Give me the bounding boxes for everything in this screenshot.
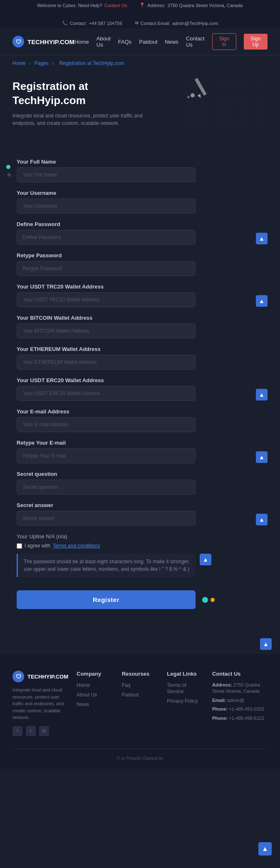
- hero-description: Integrate local and cloud resources, pro…: [12, 112, 158, 127]
- footer-brand-col: 🛡 TECHHYIP.COM Integrate local and cloud…: [12, 671, 68, 736]
- nav-paidout[interactable]: Paidout: [139, 39, 157, 45]
- secret-answer-row: Secret answer ▲: [17, 502, 268, 526]
- hero-section: Registration at TechHyip.com Integrate l…: [0, 71, 280, 146]
- secret-question-row: Secret question: [17, 471, 268, 495]
- facebook-icon[interactable]: f: [12, 726, 22, 736]
- footer-description: Integrate local and cloud resources, pro…: [12, 686, 68, 721]
- breadcrumb: Home › Pages › Registration at TechHyip.…: [0, 55, 280, 71]
- retype-email-scroll-btn[interactable]: ▲: [256, 451, 268, 463]
- footer-company-about[interactable]: About Us: [77, 692, 97, 698]
- page-title: Registration at TechHyip.com: [12, 80, 146, 108]
- footer-faq[interactable]: Faq: [122, 682, 131, 688]
- footer-phone2: Phone: +1-485-456-6122: [212, 715, 268, 721]
- ethereum-label: Your ETHEREUM Wallet Address: [17, 346, 268, 352]
- signup-button[interactable]: Sign Up: [244, 34, 268, 50]
- footer-email: Email: admin@: [212, 697, 268, 704]
- define-password-scroll-btn[interactable]: ▲: [256, 233, 268, 244]
- retype-email-input[interactable]: [17, 448, 196, 463]
- footer-socials: f t in: [12, 726, 68, 736]
- footer-logo: 🛡 TECHHYIP.COM: [12, 671, 68, 682]
- footer-company-links: Home About Us News: [77, 682, 114, 707]
- scroll-up-area: ▲: [0, 638, 280, 650]
- usdt-trc20-scroll-btn[interactable]: ▲: [256, 295, 268, 307]
- breadcrumb-home[interactable]: Home: [12, 60, 26, 66]
- twitter-icon[interactable]: t: [26, 726, 36, 736]
- register-decorations: [202, 597, 215, 603]
- ethereum-row: Your ETHEREUM Wallet Address: [17, 346, 268, 370]
- contact-us-link[interactable]: Contact Us: [104, 3, 127, 8]
- full-name-input[interactable]: [17, 167, 196, 182]
- nav-about[interactable]: About Us: [97, 35, 111, 48]
- footer-terms[interactable]: Terms of Service: [167, 682, 186, 694]
- footer-legal-heading: Legal Links: [167, 671, 204, 677]
- breadcrumb-sep2: ›: [52, 60, 55, 66]
- logo-icon: 🛡: [12, 36, 24, 47]
- signin-button[interactable]: Sign In: [212, 33, 236, 50]
- svg-marker-1: [198, 94, 202, 99]
- teal-dot-decoration: [6, 165, 10, 169]
- define-password-row: Define Password ▲: [17, 221, 268, 245]
- define-password-input[interactable]: [17, 230, 196, 245]
- logo: 🛡 TECHHYIP.COM: [12, 36, 74, 47]
- terms-link[interactable]: Terms and conditions: [53, 543, 100, 549]
- breadcrumb-sep1: ›: [29, 60, 32, 66]
- registration-form-section: Your Full Name Your Username Define Pass…: [0, 146, 280, 622]
- footer-company-news[interactable]: News: [77, 701, 89, 707]
- svg-point-2: [191, 93, 195, 97]
- scroll-up-button[interactable]: ▲: [260, 638, 272, 650]
- terms-row: I agree with Terms and conditions: [17, 543, 268, 549]
- breadcrumb-pages[interactable]: Pages: [35, 60, 49, 66]
- phone-icon: 📞: [62, 20, 68, 26]
- usdt-erc20-label: Your USDT ERC20 Wallet Address: [17, 377, 252, 383]
- bitcoin-input[interactable]: [17, 323, 196, 338]
- gray-dot-decoration: [7, 173, 11, 177]
- usdt-trc20-label: Your USDT TRC20 Wallet Address: [17, 284, 252, 290]
- email-label: Your E-mail Address: [17, 408, 268, 415]
- footer-resources-links: Faq Paidout: [122, 682, 159, 698]
- secret-answer-scroll-btn[interactable]: ▲: [256, 514, 268, 525]
- username-row: Your Username: [17, 190, 268, 214]
- svg-rect-0: [195, 78, 207, 96]
- usdt-erc20-input[interactable]: [17, 386, 196, 401]
- retype-password-input[interactable]: [17, 261, 196, 276]
- usdt-trc20-input[interactable]: [17, 292, 196, 307]
- email-row: Your E-mail Address: [17, 408, 268, 432]
- ethereum-input[interactable]: [17, 355, 196, 370]
- instagram-icon[interactable]: in: [39, 726, 49, 736]
- retype-email-row: Retype Your E-mail ▲: [17, 440, 268, 463]
- terms-checkbox[interactable]: [17, 543, 22, 549]
- spacer: [0, 622, 280, 638]
- footer-privacy[interactable]: Privacy Policy: [167, 698, 198, 704]
- register-button[interactable]: Register: [17, 590, 196, 609]
- footer-company-col: Company Home About Us News: [77, 671, 114, 736]
- footer-legal-col: Legal Links Terms of Service Privacy Pol…: [167, 671, 204, 736]
- location-icon: 📍: [139, 2, 145, 8]
- nav-news[interactable]: News: [165, 39, 178, 45]
- footer-company-heading: Company: [77, 671, 114, 677]
- nav-faqs[interactable]: FAQs: [118, 39, 132, 45]
- footer-contact-heading: Contact Us: [212, 671, 268, 677]
- email-input[interactable]: [17, 417, 196, 432]
- teal-circle-deco: [202, 597, 208, 603]
- username-label: Your Username: [17, 190, 268, 196]
- secret-answer-input[interactable]: [17, 511, 196, 526]
- svg-point-3: [187, 96, 190, 98]
- yellow-circle-deco: [211, 598, 215, 602]
- address-info: 📍 Address: 2750 Quadra Street Victoria, …: [139, 2, 243, 8]
- nav-home[interactable]: Home: [74, 39, 89, 45]
- footer-paidout[interactable]: Paidout: [122, 692, 139, 698]
- username-input[interactable]: [17, 199, 196, 214]
- register-row: Register: [17, 590, 268, 609]
- define-password-label: Define Password: [17, 221, 252, 227]
- welcome-text: Welcome to Cybex. Need Help? Contact Us: [37, 3, 127, 8]
- notice-scroll-btn[interactable]: ▲: [200, 554, 211, 565]
- footer-contact-col: Contact Us Address: 2750 Quadra Street V…: [212, 671, 268, 736]
- footer-company-home[interactable]: Home: [77, 682, 90, 688]
- phone-info: 📞 Contact: +44 587 154756: [62, 20, 122, 26]
- retype-email-label: Retype Your E-mail: [17, 440, 252, 446]
- notice-box: The password should be at least eight ch…: [17, 554, 196, 577]
- secret-question-input[interactable]: [17, 480, 196, 495]
- nav-contact[interactable]: Contact Us: [186, 35, 205, 48]
- footer-phone1: Phone: +1-485-453-0102: [212, 706, 268, 712]
- usdt-erc20-scroll-btn[interactable]: ▲: [256, 389, 268, 400]
